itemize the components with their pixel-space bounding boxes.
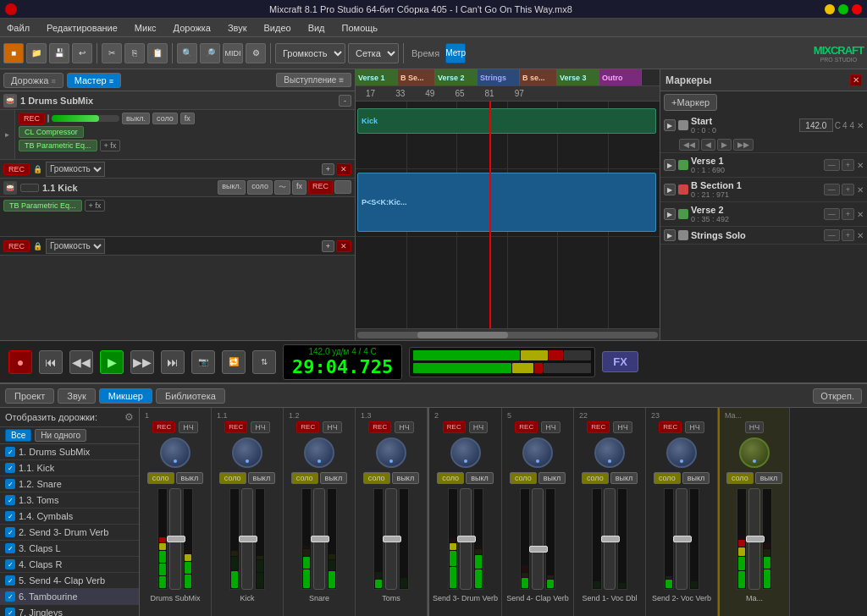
save-btn[interactable]: 💾: [49, 43, 69, 63]
ch2-knob[interactable]: [232, 437, 262, 468]
ch4-knob[interactable]: [376, 437, 406, 468]
menu-mix[interactable]: Микс: [131, 21, 160, 35]
m-ctrl1[interactable]: ◀◀: [679, 139, 699, 151]
rec-btn[interactable]: ●: [8, 350, 32, 374]
m-str-p[interactable]: +: [842, 229, 854, 241]
marker-str-play[interactable]: ▶: [664, 229, 676, 241]
show-all-btn[interactable]: Все: [5, 429, 31, 442]
ch3-fader[interactable]: [313, 488, 325, 590]
marker-v1-close[interactable]: ✕: [857, 161, 864, 170]
ch5-knob[interactable]: [450, 437, 481, 468]
m-v2-p[interactable]: +: [842, 208, 854, 220]
track1-fader[interactable]: [52, 115, 119, 122]
paste-btn[interactable]: 📋: [147, 43, 168, 63]
marker-outro[interactable]: Outro: [599, 69, 642, 85]
ch7-fader[interactable]: [604, 488, 616, 590]
track1-rec[interactable]: REC: [19, 113, 45, 124]
meter-btn[interactable]: Метр: [445, 43, 466, 63]
ch6-fader[interactable]: [532, 488, 544, 590]
track1-plugin2[interactable]: TB Parametric Eq...: [19, 140, 97, 151]
ch3-solo[interactable]: соло: [291, 472, 318, 484]
ch9-fader-thumb[interactable]: [746, 536, 765, 542]
new-btn[interactable]: ■: [3, 43, 24, 63]
track11-vol-select[interactable]: Громкость: [46, 239, 105, 254]
track1-plugin1[interactable]: CL Compressor: [19, 126, 84, 138]
ch6-solo[interactable]: соло: [510, 472, 537, 484]
track1-expand[interactable]: +: [322, 163, 334, 175]
ch5-rec[interactable]: REC: [443, 421, 466, 433]
ch2-mute[interactable]: выкл: [248, 472, 276, 484]
m-ctrl4[interactable]: ▶▶: [733, 139, 754, 151]
ch5-fader[interactable]: [460, 488, 472, 590]
track1-rec2[interactable]: REC: [3, 163, 30, 175]
marker-start-close[interactable]: ✕: [857, 121, 864, 130]
tab-master[interactable]: Мастер ≡: [67, 73, 121, 88]
menu-view[interactable]: Вид: [305, 21, 329, 35]
tl-item-0[interactable]: ✓ 1. Drums SubMix: [0, 444, 139, 460]
ch8-fader[interactable]: [676, 488, 688, 590]
back-btn[interactable]: ⏮: [39, 350, 63, 374]
track11-rec2[interactable]: REC: [3, 240, 30, 252]
tl-item-3[interactable]: ✓ 1.3. Toms: [0, 492, 139, 509]
ch8-fader-thumb[interactable]: [673, 536, 692, 542]
ch9-mute[interactable]: выкл: [755, 472, 783, 484]
search-btn[interactable]: 🔍: [177, 43, 197, 63]
search2-btn[interactable]: 🔎: [200, 43, 220, 63]
ch2-fader-thumb[interactable]: [239, 536, 257, 542]
cut-btn[interactable]: ✂: [102, 43, 122, 63]
marker-b1-play[interactable]: ▶: [664, 184, 676, 195]
tl-item-6[interactable]: ✓ 3. Claps L: [0, 541, 139, 557]
tl-item-1[interactable]: ✓ 1.1. Kick: [0, 460, 139, 476]
fwd-btn[interactable]: ▶▶: [130, 350, 154, 374]
ch2-fader[interactable]: [241, 488, 253, 590]
m-ctrl3[interactable]: ▶: [717, 139, 732, 151]
ch8-knob[interactable]: [666, 437, 697, 468]
grid-dropdown[interactable]: Сетка: [348, 43, 399, 63]
ch4-solo[interactable]: соло: [363, 472, 390, 484]
ch8-solo[interactable]: соло: [654, 472, 681, 484]
fx-btn[interactable]: FX: [602, 351, 638, 372]
play-btn[interactable]: ▶: [100, 350, 124, 374]
menu-help[interactable]: Помощь: [339, 21, 382, 35]
m-b1-m[interactable]: —: [824, 184, 840, 195]
ch3-nch[interactable]: НЧ: [323, 421, 342, 433]
ch4-fader-thumb[interactable]: [383, 536, 401, 542]
detach-btn[interactable]: Откреп.: [813, 388, 862, 404]
show-none-btn[interactable]: Ни одного: [35, 429, 86, 442]
ch9-nch[interactable]: НЧ: [745, 421, 765, 433]
maximize-btn[interactable]: [838, 4, 848, 14]
ch3-fader-thumb[interactable]: [311, 536, 329, 542]
tl-item-7[interactable]: ✓ 4. Claps R: [0, 557, 139, 573]
close-btn[interactable]: [852, 4, 862, 14]
marker-start-length[interactable]: [799, 118, 833, 132]
tab-mixer[interactable]: Микшер: [99, 388, 152, 404]
open-btn[interactable]: 📁: [26, 43, 47, 63]
end-btn[interactable]: ⏭: [161, 350, 185, 374]
marker-strings[interactable]: Strings: [478, 69, 520, 85]
menu-sound[interactable]: Звук: [224, 21, 251, 35]
tl-item-4[interactable]: ✓ 1.4. Cymbals: [0, 509, 139, 525]
marker-v2-play[interactable]: ▶: [664, 208, 676, 220]
m-v2-m[interactable]: —: [824, 208, 840, 220]
menu-video[interactable]: Видео: [261, 21, 295, 35]
mix-btn[interactable]: ⇅: [252, 350, 276, 374]
settings-gear[interactable]: ⚙: [124, 411, 134, 423]
ch7-fader-thumb[interactable]: [601, 536, 620, 542]
ch5-fader-thumb[interactable]: [457, 536, 476, 542]
timeline-scrollbar[interactable]: [356, 328, 660, 340]
tab-library[interactable]: Библиотека: [156, 388, 225, 404]
track1-fx[interactable]: fx: [180, 113, 195, 124]
track11-fx[interactable]: fx: [292, 180, 306, 195]
m-v1-m[interactable]: —: [824, 159, 840, 171]
ch8-rec[interactable]: REC: [659, 421, 682, 433]
m-str-m[interactable]: —: [824, 229, 840, 241]
track11-mute[interactable]: выкл.: [218, 180, 246, 195]
track1-collapse[interactable]: -: [339, 95, 351, 107]
track11-add-fx[interactable]: + fx: [85, 200, 106, 212]
ch9-fader[interactable]: [748, 488, 760, 590]
ch9-knob[interactable]: [739, 437, 770, 468]
menu-file[interactable]: Файл: [3, 21, 33, 35]
track1-mute[interactable]: выкл.: [122, 113, 150, 124]
midi-btn[interactable]: MIDI: [223, 43, 243, 63]
ch1-fader[interactable]: [169, 488, 181, 590]
